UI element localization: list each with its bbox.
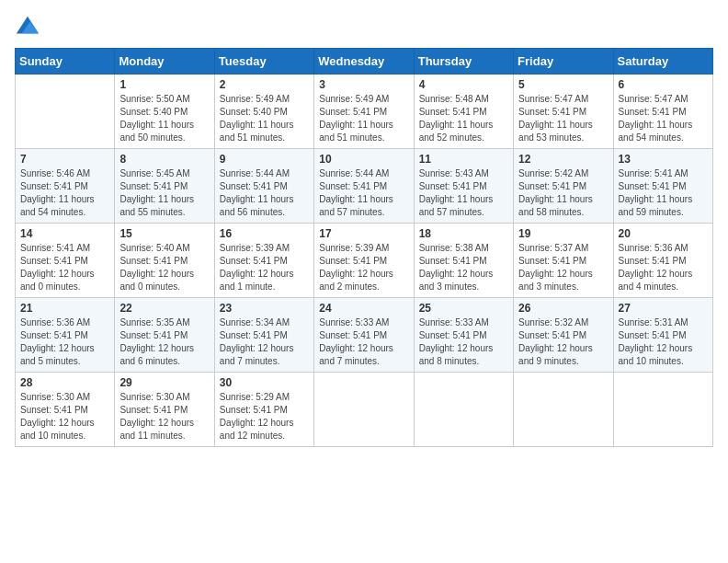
day-number: 15 <box>119 227 209 240</box>
day-info: Sunrise: 5:43 AM Sunset: 5:41 PM Dayligh… <box>419 167 508 219</box>
calendar-cell: 2Sunrise: 5:49 AM Sunset: 5:40 PM Daylig… <box>214 75 313 149</box>
calendar-cell: 6Sunrise: 5:47 AM Sunset: 5:41 PM Daylig… <box>613 75 712 149</box>
day-number: 3 <box>319 78 408 91</box>
calendar-cell: 11Sunrise: 5:43 AM Sunset: 5:41 PM Dayli… <box>414 149 513 224</box>
day-header-sunday: Sunday <box>16 49 115 75</box>
calendar-cell: 5Sunrise: 5:47 AM Sunset: 5:41 PM Daylig… <box>514 75 613 149</box>
day-number: 28 <box>20 376 109 389</box>
day-info: Sunrise: 5:40 AM Sunset: 5:41 PM Dayligh… <box>119 242 209 293</box>
day-info: Sunrise: 5:33 AM Sunset: 5:41 PM Dayligh… <box>419 316 508 368</box>
calendar-cell: 10Sunrise: 5:44 AM Sunset: 5:41 PM Dayli… <box>314 149 414 224</box>
day-number: 5 <box>518 78 608 91</box>
day-number: 25 <box>419 302 508 315</box>
day-info: Sunrise: 5:50 AM Sunset: 5:40 PM Dayligh… <box>119 93 209 144</box>
calendar-cell: 30Sunrise: 5:29 AM Sunset: 5:41 PM Dayli… <box>214 373 313 447</box>
calendar-cell: 24Sunrise: 5:33 AM Sunset: 5:41 PM Dayli… <box>314 298 414 373</box>
day-info: Sunrise: 5:41 AM Sunset: 5:41 PM Dayligh… <box>20 242 109 293</box>
week-row-4: 28Sunrise: 5:30 AM Sunset: 5:41 PM Dayli… <box>16 373 713 447</box>
day-number: 24 <box>319 302 408 315</box>
day-number: 2 <box>220 78 309 91</box>
calendar-cell <box>414 373 513 447</box>
week-row-1: 7Sunrise: 5:46 AM Sunset: 5:41 PM Daylig… <box>16 149 713 224</box>
calendar-body: 1Sunrise: 5:50 AM Sunset: 5:40 PM Daylig… <box>16 75 713 447</box>
day-info: Sunrise: 5:29 AM Sunset: 5:41 PM Dayligh… <box>220 391 309 442</box>
day-info: Sunrise: 5:49 AM Sunset: 5:40 PM Dayligh… <box>220 93 309 144</box>
day-header-friday: Friday <box>514 49 613 75</box>
calendar-cell: 27Sunrise: 5:31 AM Sunset: 5:41 PM Dayli… <box>613 298 712 373</box>
day-number: 17 <box>319 227 408 240</box>
day-info: Sunrise: 5:34 AM Sunset: 5:41 PM Dayligh… <box>220 316 309 368</box>
calendar-cell: 17Sunrise: 5:39 AM Sunset: 5:41 PM Dayli… <box>314 224 414 298</box>
day-info: Sunrise: 5:47 AM Sunset: 5:41 PM Dayligh… <box>619 93 708 144</box>
calendar-cell: 7Sunrise: 5:46 AM Sunset: 5:41 PM Daylig… <box>16 149 115 224</box>
calendar-cell: 13Sunrise: 5:41 AM Sunset: 5:41 PM Dayli… <box>613 149 712 224</box>
calendar-cell: 29Sunrise: 5:30 AM Sunset: 5:41 PM Dayli… <box>115 373 214 447</box>
day-header-thursday: Thursday <box>414 49 513 75</box>
calendar-cell: 15Sunrise: 5:40 AM Sunset: 5:41 PM Dayli… <box>115 224 214 298</box>
day-info: Sunrise: 5:46 AM Sunset: 5:41 PM Dayligh… <box>20 167 109 219</box>
day-number: 27 <box>619 302 708 315</box>
logo <box>15 15 44 40</box>
day-info: Sunrise: 5:30 AM Sunset: 5:41 PM Dayligh… <box>20 391 109 442</box>
day-header-row: SundayMondayTuesdayWednesdayThursdayFrid… <box>16 49 713 75</box>
day-info: Sunrise: 5:44 AM Sunset: 5:41 PM Dayligh… <box>319 167 408 219</box>
week-row-0: 1Sunrise: 5:50 AM Sunset: 5:40 PM Daylig… <box>16 75 713 149</box>
week-row-2: 14Sunrise: 5:41 AM Sunset: 5:41 PM Dayli… <box>16 224 713 298</box>
day-info: Sunrise: 5:32 AM Sunset: 5:41 PM Dayligh… <box>518 316 608 368</box>
day-number: 1 <box>119 78 209 91</box>
calendar-cell: 19Sunrise: 5:37 AM Sunset: 5:41 PM Dayli… <box>514 224 613 298</box>
calendar-cell: 12Sunrise: 5:42 AM Sunset: 5:41 PM Dayli… <box>514 149 613 224</box>
calendar: SundayMondayTuesdayWednesdayThursdayFrid… <box>15 48 713 447</box>
calendar-cell <box>514 373 613 447</box>
day-number: 21 <box>20 302 109 315</box>
logo-icon <box>15 15 40 40</box>
day-info: Sunrise: 5:39 AM Sunset: 5:41 PM Dayligh… <box>220 242 309 293</box>
calendar-cell: 16Sunrise: 5:39 AM Sunset: 5:41 PM Dayli… <box>214 224 313 298</box>
day-number: 4 <box>419 78 508 91</box>
calendar-cell: 3Sunrise: 5:49 AM Sunset: 5:41 PM Daylig… <box>314 75 414 149</box>
calendar-cell: 20Sunrise: 5:36 AM Sunset: 5:41 PM Dayli… <box>613 224 712 298</box>
day-info: Sunrise: 5:36 AM Sunset: 5:41 PM Dayligh… <box>20 316 109 368</box>
day-info: Sunrise: 5:42 AM Sunset: 5:41 PM Dayligh… <box>518 167 608 219</box>
day-number: 18 <box>419 227 508 240</box>
calendar-cell: 23Sunrise: 5:34 AM Sunset: 5:41 PM Dayli… <box>214 298 313 373</box>
calendar-cell <box>613 373 712 447</box>
day-info: Sunrise: 5:37 AM Sunset: 5:41 PM Dayligh… <box>518 242 608 293</box>
calendar-cell <box>314 373 414 447</box>
day-info: Sunrise: 5:48 AM Sunset: 5:41 PM Dayligh… <box>419 93 508 144</box>
calendar-cell: 1Sunrise: 5:50 AM Sunset: 5:40 PM Daylig… <box>115 75 214 149</box>
day-info: Sunrise: 5:39 AM Sunset: 5:41 PM Dayligh… <box>319 242 408 293</box>
calendar-cell: 26Sunrise: 5:32 AM Sunset: 5:41 PM Dayli… <box>514 298 613 373</box>
day-number: 20 <box>619 227 708 240</box>
day-header-saturday: Saturday <box>613 49 712 75</box>
day-number: 12 <box>518 153 608 166</box>
day-info: Sunrise: 5:44 AM Sunset: 5:41 PM Dayligh… <box>220 167 309 219</box>
day-number: 19 <box>518 227 608 240</box>
calendar-cell <box>16 75 115 149</box>
day-info: Sunrise: 5:38 AM Sunset: 5:41 PM Dayligh… <box>419 242 508 293</box>
day-number: 23 <box>220 302 309 315</box>
day-number: 29 <box>119 376 209 389</box>
day-number: 26 <box>518 302 608 315</box>
day-number: 8 <box>119 153 209 166</box>
day-number: 7 <box>20 153 109 166</box>
day-info: Sunrise: 5:30 AM Sunset: 5:41 PM Dayligh… <box>119 391 209 442</box>
calendar-cell: 8Sunrise: 5:45 AM Sunset: 5:41 PM Daylig… <box>115 149 214 224</box>
day-number: 22 <box>119 302 209 315</box>
calendar-cell: 25Sunrise: 5:33 AM Sunset: 5:41 PM Dayli… <box>414 298 513 373</box>
calendar-cell: 14Sunrise: 5:41 AM Sunset: 5:41 PM Dayli… <box>16 224 115 298</box>
calendar-cell: 4Sunrise: 5:48 AM Sunset: 5:41 PM Daylig… <box>414 75 513 149</box>
day-info: Sunrise: 5:47 AM Sunset: 5:41 PM Dayligh… <box>518 93 608 144</box>
calendar-cell: 18Sunrise: 5:38 AM Sunset: 5:41 PM Dayli… <box>414 224 513 298</box>
day-header-wednesday: Wednesday <box>314 49 414 75</box>
week-row-3: 21Sunrise: 5:36 AM Sunset: 5:41 PM Dayli… <box>16 298 713 373</box>
day-info: Sunrise: 5:45 AM Sunset: 5:41 PM Dayligh… <box>119 167 209 219</box>
calendar-cell: 9Sunrise: 5:44 AM Sunset: 5:41 PM Daylig… <box>214 149 313 224</box>
day-number: 6 <box>619 78 708 91</box>
day-number: 9 <box>220 153 309 166</box>
page-header <box>15 15 713 40</box>
day-info: Sunrise: 5:31 AM Sunset: 5:41 PM Dayligh… <box>619 316 708 368</box>
day-info: Sunrise: 5:35 AM Sunset: 5:41 PM Dayligh… <box>119 316 209 368</box>
calendar-cell: 22Sunrise: 5:35 AM Sunset: 5:41 PM Dayli… <box>115 298 214 373</box>
calendar-cell: 21Sunrise: 5:36 AM Sunset: 5:41 PM Dayli… <box>16 298 115 373</box>
